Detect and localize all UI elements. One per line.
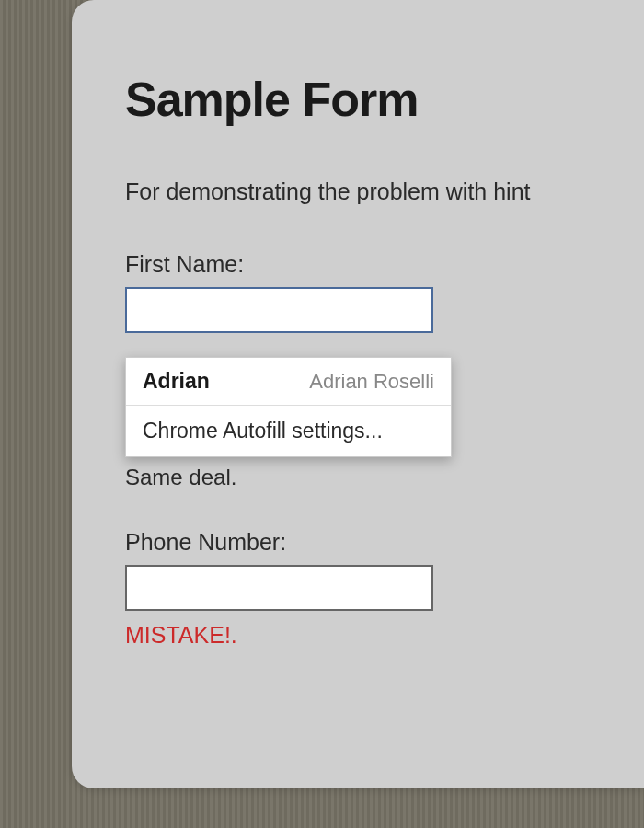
first-name-label: First Name: bbox=[125, 251, 644, 278]
phone-error: MISTAKE!. bbox=[125, 622, 644, 649]
autofill-dropdown: Adrian Adrian Roselli Chrome Autofill se… bbox=[125, 357, 452, 457]
first-name-input[interactable] bbox=[125, 287, 433, 333]
phone-label: Phone Number: bbox=[125, 529, 644, 556]
page-title: Sample Form bbox=[125, 72, 644, 127]
autofill-settings-link[interactable]: Chrome Autofill settings... bbox=[126, 406, 451, 456]
autofill-suggestion-secondary: Adrian Roselli bbox=[309, 370, 434, 394]
last-name-hint: Same deal. bbox=[125, 465, 644, 490]
autofill-suggestion-primary: Adrian bbox=[143, 369, 210, 394]
page-subtitle: For demonstrating the problem with hint bbox=[125, 178, 644, 205]
first-name-group: First Name: bbox=[125, 251, 644, 333]
autofill-suggestion[interactable]: Adrian Adrian Roselli bbox=[126, 358, 451, 406]
phone-group: Phone Number: MISTAKE!. bbox=[125, 529, 644, 649]
phone-input[interactable] bbox=[125, 565, 433, 611]
